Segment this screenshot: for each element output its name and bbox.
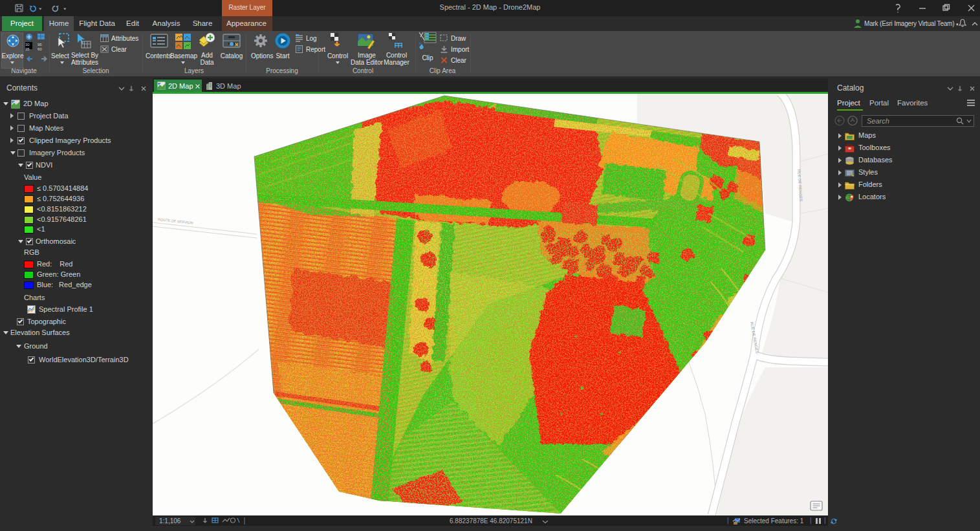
svg-text:35: 35	[25, 47, 30, 51]
svg-text:95: 95	[38, 43, 42, 47]
svg-text:60: 60	[38, 47, 42, 51]
svg-text:30: 30	[25, 43, 30, 47]
